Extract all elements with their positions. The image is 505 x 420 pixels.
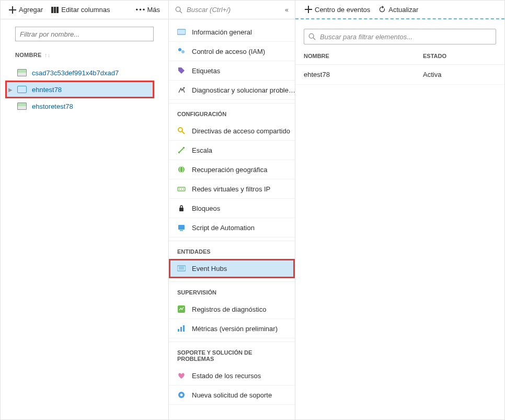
nav-item-support[interactable]: Nueva solicitud de soporte <box>169 385 295 405</box>
svg-point-29 <box>309 33 314 38</box>
edit-columns-button[interactable]: Editar columnas <box>47 4 114 16</box>
nav-item-health[interactable]: Estado de los recursos <box>169 366 295 385</box>
nav-item-vnet[interactable]: Redes virtuales y filtros IP <box>169 179 295 199</box>
sort-arrow-icon: ↑↓ <box>44 52 51 58</box>
nav-item-tag[interactable]: Etiquetas <box>169 61 295 81</box>
add-button[interactable]: Agregar <box>5 4 47 16</box>
more-label: Más <box>147 6 160 14</box>
svg-rect-5 <box>177 29 186 35</box>
detail-table-head: NOMBRE ESTADO <box>295 50 504 65</box>
table-row[interactable]: ehtest78Activa <box>295 65 504 85</box>
nav-section-title: ENTIDADES <box>169 241 295 259</box>
nav-item-lock[interactable]: Bloqueos <box>169 199 295 218</box>
svg-rect-25 <box>180 327 182 332</box>
svg-rect-1 <box>54 7 56 13</box>
svg-point-8 <box>183 87 185 89</box>
metrics-icon <box>177 324 186 333</box>
vnet-icon <box>177 185 186 193</box>
nav-section-title: SUPERVISIÓN <box>169 281 295 300</box>
nav-search-placeholder: Buscar (Ctrl+/) <box>187 6 231 14</box>
svg-rect-0 <box>51 7 53 13</box>
refresh-label: Actualizar <box>388 6 418 14</box>
nav-item-label: Escala <box>192 146 212 154</box>
detail-panel: Centro de eventos Actualizar Buscar para… <box>295 1 504 419</box>
health-icon <box>177 371 186 380</box>
automation-icon <box>177 223 186 232</box>
resources-list: ▶csad73c53def991x4b7dxad7▶ehntest78▶ehst… <box>1 61 168 115</box>
plus-icon <box>9 6 16 14</box>
col-state-header[interactable]: ESTADO <box>423 53 496 59</box>
nav-item-label: Estado de los recursos <box>192 372 261 380</box>
key-icon <box>177 127 186 135</box>
chevron-right-icon: ▶ <box>8 87 13 93</box>
nav-item-label: Métricas (versión preliminar) <box>192 325 278 333</box>
nav-section-title: CONFIGURACIÓN <box>169 103 295 121</box>
nav-item-label: Directivas de acceso compartido <box>192 127 290 135</box>
nav-sections: Información generalControl de acceso (IA… <box>169 19 295 405</box>
scale-icon <box>177 146 186 154</box>
resource-item[interactable]: ▶ehstoretest78 <box>6 98 154 115</box>
svg-line-30 <box>313 38 315 40</box>
nav-item-diagnose[interactable]: Diagnosticar y solucionar proble… <box>169 81 295 100</box>
nav-item-scale[interactable]: Escala <box>169 141 295 160</box>
nav-item-geo[interactable]: Recuperación geográfica <box>169 160 295 179</box>
collapse-button[interactable]: « <box>285 6 289 14</box>
svg-point-6 <box>178 48 181 51</box>
svg-point-9 <box>178 128 182 132</box>
svg-rect-2 <box>56 7 59 13</box>
ellipsis-icon: ••• <box>137 6 144 14</box>
nav-item-label: Control de acceso (IAM) <box>192 48 265 55</box>
svg-point-16 <box>183 189 184 190</box>
filter-input[interactable] <box>15 27 154 41</box>
nav-item-eventhub[interactable]: Event Hubs <box>169 259 295 278</box>
event-center-label: Centro de eventos <box>315 6 370 14</box>
nav-item-label: Bloqueos <box>192 205 220 212</box>
event-center-button[interactable]: Centro de eventos <box>301 4 374 16</box>
svg-rect-24 <box>178 329 179 332</box>
diaglogs-icon <box>177 305 186 313</box>
svg-rect-20 <box>177 266 186 271</box>
resource-item[interactable]: ▶ehntest78 <box>6 81 154 98</box>
nav-item-key[interactable]: Directivas de acceso compartido <box>169 121 295 141</box>
diagnose-icon <box>177 86 186 94</box>
nav-item-label: Información general <box>192 28 252 36</box>
columns-icon <box>51 6 59 14</box>
nav-item-label: Redes virtuales y filtros IP <box>192 185 270 193</box>
resource-name: ehstoretest78 <box>32 103 73 110</box>
col-name-label: NOMBRE <box>15 52 42 58</box>
nav-search[interactable]: Buscar (Ctrl+/) « <box>169 1 295 19</box>
plus-icon <box>305 6 312 13</box>
storage-icon <box>17 69 27 76</box>
nav-item-metrics[interactable]: Métricas (versión preliminar) <box>169 319 295 338</box>
detail-search-wrap: Buscar para filtrar elementos... <box>295 19 504 47</box>
storage-icon <box>17 103 27 110</box>
resources-panel: Agregar Editar columnas ••• Más NOMBRE ↑… <box>1 1 169 419</box>
resources-col-header[interactable]: NOMBRE ↑↓ <box>1 47 168 61</box>
nav-item-iam[interactable]: Control de acceso (IAM) <box>169 42 295 61</box>
more-button[interactable]: ••• Más <box>133 4 164 16</box>
detail-table-body: ehtest78Activa <box>295 65 504 85</box>
row-state: Activa <box>423 71 496 78</box>
edit-columns-label: Editar columnas <box>61 6 110 14</box>
search-icon <box>308 33 316 40</box>
svg-rect-19 <box>180 230 183 231</box>
tag-icon <box>177 66 186 75</box>
nav-item-label: Nueva solicitud de soporte <box>192 391 272 399</box>
svg-rect-26 <box>183 325 185 332</box>
resource-item[interactable]: ▶csad73c53def991x4b7dxad7 <box>6 64 154 81</box>
svg-point-15 <box>181 189 182 190</box>
nav-item-label: Etiquetas <box>192 67 220 75</box>
nav-item-label: Registros de diagnóstico <box>192 305 266 313</box>
nav-item-diaglogs[interactable]: Registros de diagnóstico <box>169 300 295 319</box>
refresh-button[interactable]: Actualizar <box>374 4 422 16</box>
lock-icon <box>177 204 186 212</box>
nav-item-automation[interactable]: Script de Automation <box>169 218 295 237</box>
resource-name: csad73c53def991x4b7dxad7 <box>32 69 119 77</box>
svg-line-4 <box>180 11 182 13</box>
col-name-header[interactable]: NOMBRE <box>304 53 423 59</box>
detail-search[interactable]: Buscar para filtrar elementos... <box>304 29 496 44</box>
nav-item-overview[interactable]: Información general <box>169 22 295 42</box>
eventhub-icon <box>177 264 186 273</box>
nav-item-label: Recuperación geográfica <box>192 166 268 174</box>
svg-point-11 <box>178 166 185 173</box>
